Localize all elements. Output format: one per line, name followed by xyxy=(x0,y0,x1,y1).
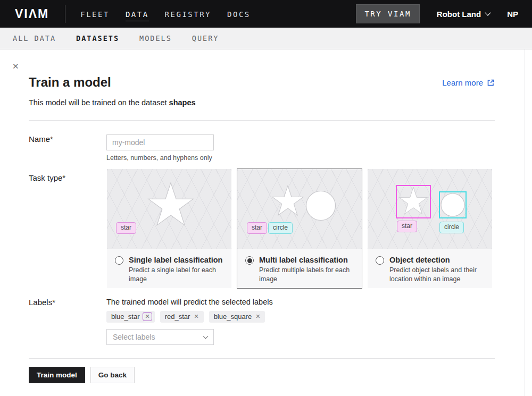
viam-logo[interactable]: VIΛM xyxy=(15,7,49,21)
close-icon[interactable]: ✕ xyxy=(12,62,19,70)
tab-models[interactable]: MODELS xyxy=(139,34,172,43)
dataset-subtitle: This model will be trained on the datase… xyxy=(29,98,495,107)
nav-divider xyxy=(65,5,65,23)
task-card-title: Single label classification xyxy=(129,256,233,264)
label-chip-text: red_star xyxy=(165,313,190,321)
radio-object-detection[interactable] xyxy=(376,256,384,265)
labels-description: The trained model will predict the selec… xyxy=(106,298,273,306)
circle-shape xyxy=(305,190,336,221)
labels-select[interactable]: Select labels xyxy=(106,329,214,345)
tab-all-data[interactable]: ALL DATA xyxy=(13,34,56,43)
labels-label: Labels* xyxy=(29,298,106,345)
star-shape xyxy=(271,185,305,219)
task-card-object-detection[interactable]: star circle Object detection Predict obj… xyxy=(367,168,493,289)
star-tag: star xyxy=(247,222,267,234)
circle-tag: circle xyxy=(439,222,464,233)
task-card-title: Multi label classification xyxy=(259,256,363,264)
task-card-multi-label[interactable]: star circle Multi label classification P… xyxy=(237,168,362,289)
label-chip-blue-star: blue_star ✕ xyxy=(106,311,155,323)
nav-link-data[interactable]: DATA xyxy=(126,7,149,21)
chevron-down-icon xyxy=(203,333,209,339)
label-chip-text: blue_square xyxy=(214,313,252,321)
subtitle-text: This model will be trained on the datase… xyxy=(29,98,167,107)
selected-labels: blue_star ✕ red_star ✕ blue_square ✕ xyxy=(106,311,273,323)
label-chip-text: blue_star xyxy=(111,313,139,321)
task-card-title: Object detection xyxy=(389,256,494,264)
dataset-name: shapes xyxy=(169,98,196,107)
star-tag: star xyxy=(397,221,417,232)
circle-tag: circle xyxy=(268,222,293,234)
org-switcher[interactable]: Robot Land xyxy=(437,10,490,19)
nav-link-fleet[interactable]: FLEET xyxy=(80,7,110,21)
try-viam-button[interactable]: TRY VIAM xyxy=(356,4,419,23)
labels-select-placeholder: Select labels xyxy=(113,333,155,341)
star-shape xyxy=(397,187,429,217)
circle-shape xyxy=(440,193,465,217)
go-back-button[interactable]: Go back xyxy=(90,367,135,383)
task-card-description: Predict a single label for each image xyxy=(129,266,233,284)
chevron-down-icon xyxy=(485,10,491,15)
tab-datasets[interactable]: DATASETS xyxy=(76,34,119,43)
name-label: Name* xyxy=(29,134,106,162)
external-link-icon xyxy=(487,79,495,87)
learn-more-link[interactable]: Learn more xyxy=(442,78,495,87)
task-card-preview: star xyxy=(107,169,231,249)
user-avatar-initials[interactable]: NP xyxy=(507,10,518,19)
org-name: Robot Land xyxy=(437,10,481,19)
task-card-description: Predict object labels and their location… xyxy=(389,266,494,284)
task-card-preview: star circle xyxy=(368,169,492,249)
model-name-input[interactable] xyxy=(106,134,214,150)
name-helper-text: Letters, numbers, and hyphens only xyxy=(106,154,214,162)
task-type-label: Task type* xyxy=(29,168,106,289)
train-model-button[interactable]: Train model xyxy=(29,367,85,383)
scrollbar-track-edge xyxy=(525,49,525,396)
radio-single-label[interactable] xyxy=(115,256,123,265)
data-sub-nav: ALL DATA DATASETS MODELS QUERY xyxy=(0,28,532,49)
remove-label-icon[interactable]: ✕ xyxy=(194,314,198,319)
remove-label-icon[interactable]: ✕ xyxy=(143,312,152,321)
nav-link-docs[interactable]: DOCS xyxy=(227,7,251,21)
train-model-panel: ✕ Train a model Learn more This model wi… xyxy=(0,49,532,383)
tab-query[interactable]: QUERY xyxy=(192,34,219,43)
radio-multi-label[interactable] xyxy=(245,256,254,265)
top-nav: VIΛM FLEET DATA REGISTRY DOCS TRY VIAM R… xyxy=(0,0,532,28)
learn-more-label: Learn more xyxy=(442,78,483,87)
star-shape xyxy=(146,182,195,231)
task-card-description: Predict multiple labels for each image xyxy=(259,266,363,284)
remove-label-icon[interactable]: ✕ xyxy=(255,314,260,319)
primary-nav: FLEET DATA REGISTRY DOCS xyxy=(80,7,251,21)
task-card-preview: star circle xyxy=(237,169,362,249)
nav-link-registry[interactable]: REGISTRY xyxy=(165,7,211,21)
label-chip-red-star: red_star ✕ xyxy=(160,311,204,323)
task-card-single-label[interactable]: star Single label classification Predict… xyxy=(106,168,232,289)
star-tag: star xyxy=(116,222,136,234)
divider-top xyxy=(29,120,495,121)
divider-bottom xyxy=(29,358,495,359)
page-title: Train a model xyxy=(29,75,111,90)
label-chip-blue-square: blue_square ✕ xyxy=(209,311,265,323)
